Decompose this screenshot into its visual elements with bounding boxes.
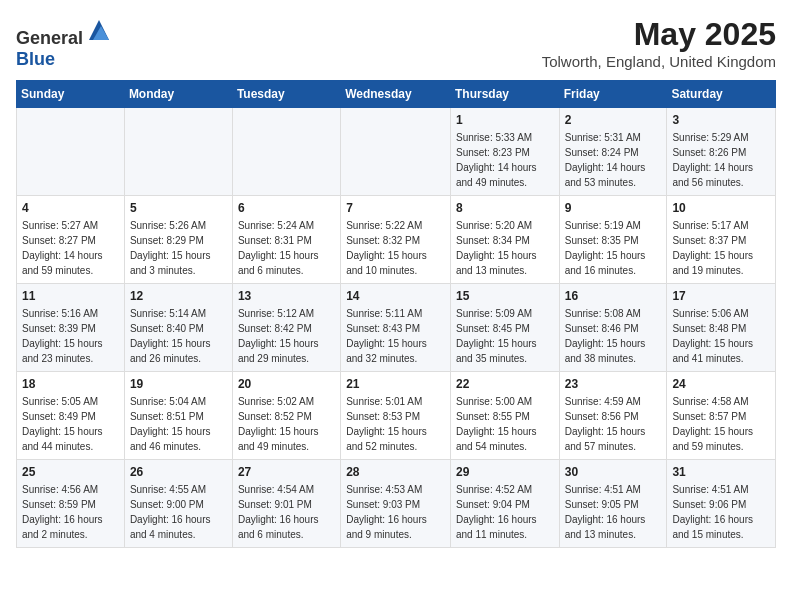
day-number: 8 <box>456 201 554 215</box>
day-number: 21 <box>346 377 445 391</box>
day-info: Sunrise: 4:52 AMSunset: 9:04 PMDaylight:… <box>456 482 554 542</box>
day-cell: 31Sunrise: 4:51 AMSunset: 9:06 PMDayligh… <box>667 460 776 548</box>
day-info: Sunrise: 4:54 AMSunset: 9:01 PMDaylight:… <box>238 482 335 542</box>
week-row-2: 4Sunrise: 5:27 AMSunset: 8:27 PMDaylight… <box>17 196 776 284</box>
day-number: 19 <box>130 377 227 391</box>
day-info: Sunrise: 5:09 AMSunset: 8:45 PMDaylight:… <box>456 306 554 366</box>
day-number: 9 <box>565 201 662 215</box>
day-cell: 17Sunrise: 5:06 AMSunset: 8:48 PMDayligh… <box>667 284 776 372</box>
day-number: 1 <box>456 113 554 127</box>
day-number: 17 <box>672 289 770 303</box>
day-cell: 10Sunrise: 5:17 AMSunset: 8:37 PMDayligh… <box>667 196 776 284</box>
day-cell: 21Sunrise: 5:01 AMSunset: 8:53 PMDayligh… <box>341 372 451 460</box>
day-number: 16 <box>565 289 662 303</box>
day-cell: 8Sunrise: 5:20 AMSunset: 8:34 PMDaylight… <box>450 196 559 284</box>
day-cell: 12Sunrise: 5:14 AMSunset: 8:40 PMDayligh… <box>124 284 232 372</box>
day-number: 29 <box>456 465 554 479</box>
day-info: Sunrise: 5:08 AMSunset: 8:46 PMDaylight:… <box>565 306 662 366</box>
location: Tolworth, England, United Kingdom <box>542 53 776 70</box>
day-cell: 4Sunrise: 5:27 AMSunset: 8:27 PMDaylight… <box>17 196 125 284</box>
logo-text: General Blue <box>16 16 113 70</box>
day-number: 31 <box>672 465 770 479</box>
month-year: May 2025 <box>542 16 776 53</box>
day-number: 28 <box>346 465 445 479</box>
day-info: Sunrise: 5:16 AMSunset: 8:39 PMDaylight:… <box>22 306 119 366</box>
col-header-wednesday: Wednesday <box>341 81 451 108</box>
day-cell: 20Sunrise: 5:02 AMSunset: 8:52 PMDayligh… <box>232 372 340 460</box>
day-number: 14 <box>346 289 445 303</box>
day-info: Sunrise: 5:20 AMSunset: 8:34 PMDaylight:… <box>456 218 554 278</box>
col-header-sunday: Sunday <box>17 81 125 108</box>
day-number: 22 <box>456 377 554 391</box>
day-number: 24 <box>672 377 770 391</box>
day-info: Sunrise: 4:51 AMSunset: 9:05 PMDaylight:… <box>565 482 662 542</box>
day-number: 5 <box>130 201 227 215</box>
day-cell: 1Sunrise: 5:33 AMSunset: 8:23 PMDaylight… <box>450 108 559 196</box>
page-header: General Blue May 2025 Tolworth, England,… <box>16 16 776 70</box>
col-header-monday: Monday <box>124 81 232 108</box>
calendar-table: SundayMondayTuesdayWednesdayThursdayFrid… <box>16 80 776 548</box>
header-row: SundayMondayTuesdayWednesdayThursdayFrid… <box>17 81 776 108</box>
day-info: Sunrise: 5:19 AMSunset: 8:35 PMDaylight:… <box>565 218 662 278</box>
day-cell: 14Sunrise: 5:11 AMSunset: 8:43 PMDayligh… <box>341 284 451 372</box>
day-number: 20 <box>238 377 335 391</box>
day-number: 3 <box>672 113 770 127</box>
day-info: Sunrise: 4:56 AMSunset: 8:59 PMDaylight:… <box>22 482 119 542</box>
day-info: Sunrise: 4:55 AMSunset: 9:00 PMDaylight:… <box>130 482 227 542</box>
day-info: Sunrise: 5:31 AMSunset: 8:24 PMDaylight:… <box>565 130 662 190</box>
day-info: Sunrise: 5:26 AMSunset: 8:29 PMDaylight:… <box>130 218 227 278</box>
day-cell: 16Sunrise: 5:08 AMSunset: 8:46 PMDayligh… <box>559 284 667 372</box>
day-cell <box>232 108 340 196</box>
day-info: Sunrise: 5:29 AMSunset: 8:26 PMDaylight:… <box>672 130 770 190</box>
col-header-tuesday: Tuesday <box>232 81 340 108</box>
day-number: 23 <box>565 377 662 391</box>
day-cell: 18Sunrise: 5:05 AMSunset: 8:49 PMDayligh… <box>17 372 125 460</box>
day-cell: 28Sunrise: 4:53 AMSunset: 9:03 PMDayligh… <box>341 460 451 548</box>
day-info: Sunrise: 5:27 AMSunset: 8:27 PMDaylight:… <box>22 218 119 278</box>
day-info: Sunrise: 5:01 AMSunset: 8:53 PMDaylight:… <box>346 394 445 454</box>
day-number: 10 <box>672 201 770 215</box>
day-number: 13 <box>238 289 335 303</box>
day-info: Sunrise: 4:51 AMSunset: 9:06 PMDaylight:… <box>672 482 770 542</box>
day-number: 6 <box>238 201 335 215</box>
day-cell: 27Sunrise: 4:54 AMSunset: 9:01 PMDayligh… <box>232 460 340 548</box>
day-number: 27 <box>238 465 335 479</box>
day-cell: 22Sunrise: 5:00 AMSunset: 8:55 PMDayligh… <box>450 372 559 460</box>
day-info: Sunrise: 5:00 AMSunset: 8:55 PMDaylight:… <box>456 394 554 454</box>
day-number: 7 <box>346 201 445 215</box>
day-number: 2 <box>565 113 662 127</box>
day-info: Sunrise: 5:04 AMSunset: 8:51 PMDaylight:… <box>130 394 227 454</box>
day-cell: 24Sunrise: 4:58 AMSunset: 8:57 PMDayligh… <box>667 372 776 460</box>
day-info: Sunrise: 5:17 AMSunset: 8:37 PMDaylight:… <box>672 218 770 278</box>
week-row-1: 1Sunrise: 5:33 AMSunset: 8:23 PMDaylight… <box>17 108 776 196</box>
day-cell <box>124 108 232 196</box>
col-header-thursday: Thursday <box>450 81 559 108</box>
day-cell <box>341 108 451 196</box>
day-number: 18 <box>22 377 119 391</box>
day-info: Sunrise: 5:05 AMSunset: 8:49 PMDaylight:… <box>22 394 119 454</box>
day-cell: 3Sunrise: 5:29 AMSunset: 8:26 PMDaylight… <box>667 108 776 196</box>
day-cell: 23Sunrise: 4:59 AMSunset: 8:56 PMDayligh… <box>559 372 667 460</box>
day-cell: 11Sunrise: 5:16 AMSunset: 8:39 PMDayligh… <box>17 284 125 372</box>
day-info: Sunrise: 5:02 AMSunset: 8:52 PMDaylight:… <box>238 394 335 454</box>
title-block: May 2025 Tolworth, England, United Kingd… <box>542 16 776 70</box>
day-number: 11 <box>22 289 119 303</box>
day-info: Sunrise: 4:53 AMSunset: 9:03 PMDaylight:… <box>346 482 445 542</box>
day-cell: 26Sunrise: 4:55 AMSunset: 9:00 PMDayligh… <box>124 460 232 548</box>
logo-general: General <box>16 28 83 48</box>
week-row-4: 18Sunrise: 5:05 AMSunset: 8:49 PMDayligh… <box>17 372 776 460</box>
col-header-friday: Friday <box>559 81 667 108</box>
logo-blue: Blue <box>16 49 55 69</box>
day-cell: 7Sunrise: 5:22 AMSunset: 8:32 PMDaylight… <box>341 196 451 284</box>
day-info: Sunrise: 4:59 AMSunset: 8:56 PMDaylight:… <box>565 394 662 454</box>
day-number: 30 <box>565 465 662 479</box>
day-info: Sunrise: 5:12 AMSunset: 8:42 PMDaylight:… <box>238 306 335 366</box>
day-info: Sunrise: 5:22 AMSunset: 8:32 PMDaylight:… <box>346 218 445 278</box>
day-info: Sunrise: 5:06 AMSunset: 8:48 PMDaylight:… <box>672 306 770 366</box>
day-cell: 25Sunrise: 4:56 AMSunset: 8:59 PMDayligh… <box>17 460 125 548</box>
day-info: Sunrise: 5:24 AMSunset: 8:31 PMDaylight:… <box>238 218 335 278</box>
day-cell: 29Sunrise: 4:52 AMSunset: 9:04 PMDayligh… <box>450 460 559 548</box>
day-cell: 9Sunrise: 5:19 AMSunset: 8:35 PMDaylight… <box>559 196 667 284</box>
day-info: Sunrise: 5:14 AMSunset: 8:40 PMDaylight:… <box>130 306 227 366</box>
day-number: 15 <box>456 289 554 303</box>
